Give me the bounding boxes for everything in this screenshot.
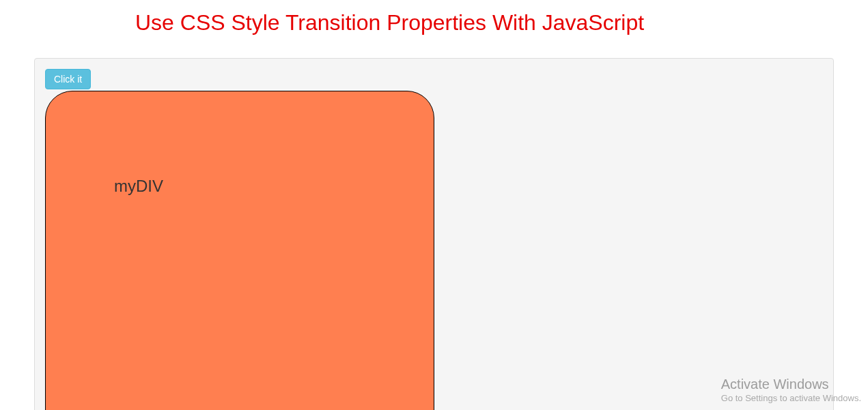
mydiv-label: myDIV [114, 177, 163, 195]
watermark-title: Activate Windows [721, 375, 861, 393]
mydiv-box: myDIV [45, 91, 434, 410]
page-title: Use CSS Style Transition Properties With… [0, 0, 868, 46]
demo-panel: Click it myDIV [34, 58, 834, 410]
windows-activation-watermark: Activate Windows Go to Settings to activ… [721, 375, 861, 405]
click-it-button[interactable]: Click it [45, 69, 91, 89]
watermark-subtitle: Go to Settings to activate Windows. [721, 393, 861, 405]
